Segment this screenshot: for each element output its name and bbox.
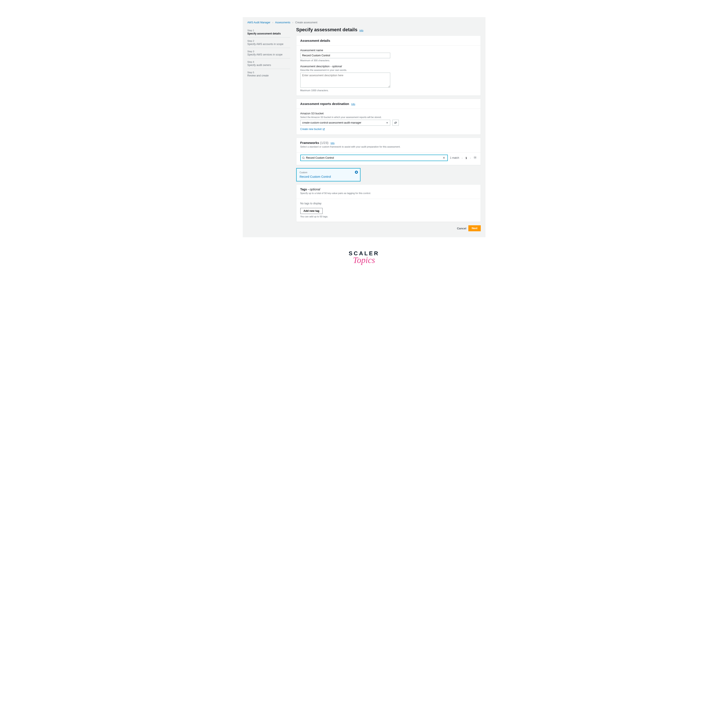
panel-header-tags: Tags - optional Specify up to a total of… [297,184,481,199]
label-s3-bucket: Amazon S3 bucket [300,112,477,115]
desc-frameworks: Select a standard or custom framework to… [300,145,477,148]
s3-bucket-select[interactable]: create-custom-control-assessment-audit-m… [300,120,390,126]
radio-selected-icon [355,171,358,174]
clear-search-button[interactable]: ✕ [442,156,446,160]
info-link-reports[interactable]: Info [351,103,355,105]
step-2[interactable]: Step 2 Specify AWS accounts in scope [247,38,290,48]
tags-empty-text: No tags to display [300,202,477,205]
page-number: 1 [464,156,468,160]
create-bucket-link[interactable]: Create new bucket [300,128,325,131]
refresh-icon [394,121,397,124]
settings-button[interactable] [473,156,477,160]
step-5[interactable]: Step 5 Review and create [247,69,290,79]
panel-tags: Tags - optional Specify up to a total of… [296,184,481,222]
panel-header-frameworks: Frameworks (1/23) Info Select a standard… [297,138,481,152]
assessment-description-textarea[interactable] [300,73,390,88]
watermark: SCALER Topics [243,250,485,265]
breadcrumb-current: Create assessment [295,21,317,24]
tags-limit-hint: You can add up to 50 tags. [300,215,477,218]
cancel-button[interactable]: Cancel [457,225,466,231]
step-3[interactable]: Step 3 Specify AWS services in scope [247,48,290,58]
page-prev-button[interactable]: ‹ [461,156,463,160]
framework-search-input-wrapper[interactable]: ✕ [300,155,448,161]
hint-name-max: Maximum of 300 characters. [300,59,477,62]
step-4[interactable]: Step 4 Specify audit owners [247,58,290,69]
gear-icon [473,156,477,159]
breadcrumb: AWS Audit Manager › Assessments › Create… [247,21,481,24]
panel-reports-destination: Assessment reports destination Info Amaz… [296,99,481,135]
match-count: 1 match [450,156,459,159]
search-icon [302,157,305,159]
breadcrumb-link-audit-manager[interactable]: AWS Audit Manager [247,21,271,24]
panel-header-details: Assessment details [297,36,481,46]
assessment-name-input[interactable] [300,53,390,58]
framework-card-record-custom-control[interactable]: Custom Record Custom Control [296,168,360,181]
watermark-line2: Topics [243,255,485,265]
chevron-right-icon: › [292,21,293,24]
label-assessment-name: Assessment name [300,49,477,52]
info-link-page[interactable]: Info [359,29,363,32]
framework-search-input[interactable] [305,156,442,159]
next-button[interactable]: Next [468,225,481,231]
info-link-frameworks[interactable]: Info [330,142,334,144]
framework-type-label: Custom [300,171,357,174]
page-next-button[interactable]: › [469,156,471,160]
desc-s3-bucket: Select the Amazon S3 bucket in which you… [300,116,477,118]
panel-header-reports: Assessment reports destination Info [297,99,481,109]
panel-frameworks: Frameworks (1/23) Info Select a standard… [296,138,481,165]
breadcrumb-link-assessments[interactable]: Assessments [275,21,290,24]
step-1[interactable]: Step 1 Specify assessment details [247,27,290,38]
chevron-right-icon: › [272,21,273,24]
step-nav: Step 1 Specify assessment details Step 2… [247,27,290,231]
hint-desc-max: Maximum 1000 characters. [300,89,477,91]
caret-down-icon: ▼ [386,122,388,124]
panel-assessment-details: Assessment details Assessment name Maxim… [296,36,481,96]
desc-assessment-description: Describe the assessment in your own word… [300,69,477,71]
external-link-icon [323,128,325,131]
svg-point-1 [475,157,475,158]
add-tag-button[interactable]: Add new tag [300,208,323,214]
refresh-button[interactable] [392,120,399,126]
desc-tags: Specify up to a total of 50 key-value pa… [300,192,477,194]
page-title: Specify assessment details [296,27,357,33]
framework-card-name: Record Custom Control [300,175,357,178]
pagination: ‹ 1 › [461,156,471,160]
label-assessment-description: Assessment description - optional [300,65,477,68]
svg-point-0 [302,157,304,158]
